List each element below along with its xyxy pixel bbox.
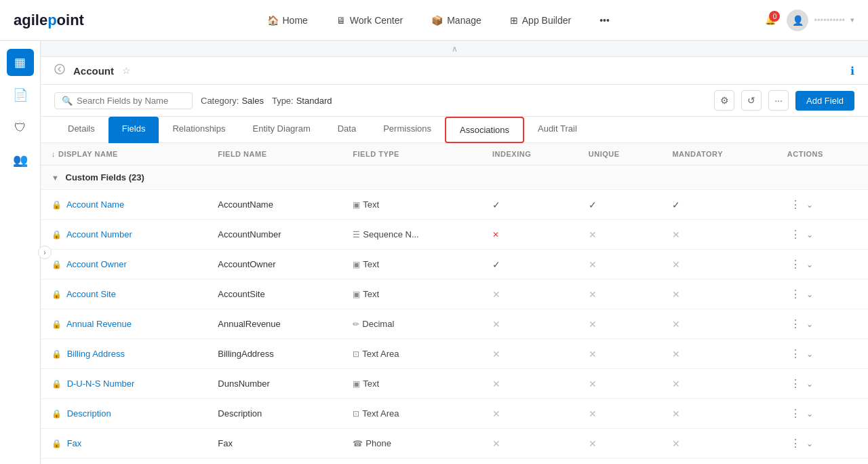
row-more-button[interactable]: ⋮	[787, 197, 804, 212]
nav-manage-label: Manage	[447, 15, 481, 26]
tab-audit-trail[interactable]: Audit Trail	[524, 117, 591, 143]
table-row: 🔒 Billing Address BillingAddress ⊡ Text …	[41, 339, 868, 369]
row-expand-button[interactable]: ⌄	[806, 409, 813, 419]
group-cell: ▼ Custom Fields (23)	[41, 166, 868, 190]
nav-home[interactable]: 🏠 Home	[256, 9, 319, 31]
row-more-button[interactable]: ⋮	[787, 256, 804, 272]
row-more-button[interactable]: ⋮	[787, 406, 804, 421]
sort-display-name[interactable]: ↓ DISPLAY NAME	[52, 150, 196, 158]
row-expand-button[interactable]: ⌄	[806, 349, 813, 359]
row-expand-button[interactable]: ⌄	[806, 230, 813, 239]
th-display-name: ↓ DISPLAY NAME	[41, 143, 207, 166]
th-unique: UNIQUE	[578, 143, 662, 166]
tab-relationships[interactable]: Relationships	[159, 117, 239, 143]
lock-icon: 🔒	[52, 320, 62, 329]
field-link[interactable]: Fax	[67, 438, 82, 448]
tab-data[interactable]: Data	[324, 117, 370, 143]
row-expand-button[interactable]: ⌄	[806, 379, 813, 389]
field-link[interactable]: Account Site	[66, 289, 116, 299]
row-expand-button[interactable]: ⌄	[806, 200, 813, 210]
favorite-icon[interactable]: ☆	[122, 65, 131, 76]
search-input[interactable]	[77, 96, 185, 106]
info-icon[interactable]: ℹ	[850, 64, 854, 77]
category-label: Category:	[201, 96, 239, 106]
main-layout: ▦ 📄 🛡 👥 › ∧ Account	[0, 41, 868, 464]
row-more-button[interactable]: ⋮	[787, 376, 804, 391]
nav-items: 🏠 Home 🖥 Work Center 📦 Manage ⊞ App Buil…	[111, 9, 766, 31]
field-link[interactable]: Account Name	[66, 199, 124, 210]
sidebar-item-entity[interactable]: ▦	[7, 49, 34, 76]
th-mandatory: MANDATORY	[661, 143, 776, 166]
type-value: Standard	[296, 96, 332, 106]
more-options-button[interactable]: ···	[768, 90, 789, 111]
type-icon: ▣	[353, 200, 360, 210]
search-box[interactable]: 🔍	[54, 92, 193, 109]
field-type-cell: ▣ Text	[342, 369, 481, 399]
row-expand-button[interactable]: ⌄	[806, 320, 813, 329]
indexing-cell: ✕	[481, 399, 578, 429]
display-name-cell: 🔒 Account Site	[41, 279, 207, 309]
row-expand-button[interactable]: ⌄	[806, 260, 813, 269]
field-name-cell: DunsNumber	[207, 369, 342, 399]
field-link[interactable]: Description	[67, 408, 111, 419]
sidebar-item-shield[interactable]: 🛡	[7, 114, 34, 141]
indexing-cell: ✓	[481, 250, 578, 279]
th-actions: ACTIONS	[776, 143, 868, 166]
sidebar-item-document[interactable]: 📄	[7, 81, 34, 109]
nav-work-center[interactable]: 🖥 Work Center	[326, 9, 414, 31]
field-name-cell: Description	[207, 399, 342, 429]
x-icon: ✕	[492, 438, 500, 449]
row-more-button[interactable]: ⋮	[787, 316, 804, 332]
field-link[interactable]: Billing Address	[67, 349, 125, 359]
sidebar-expand-button[interactable]: ›	[38, 246, 52, 259]
tab-details[interactable]: Details	[54, 117, 108, 143]
actions-cell: ⋮ ⌄	[776, 429, 868, 459]
actions-cell: ⋮ ⌄	[776, 309, 868, 339]
nav-manage[interactable]: 📦 Manage	[420, 9, 492, 31]
lock-icon: 🔒	[52, 439, 62, 448]
row-more-button[interactable]: ⋮	[787, 286, 804, 302]
logo[interactable]: agilepoint	[14, 12, 84, 29]
sidebar-item-users[interactable]: 👥	[7, 147, 34, 174]
header-actions: ℹ	[850, 64, 854, 77]
tab-fields[interactable]: Fields	[108, 117, 159, 143]
mandatory-cell: ✕	[661, 309, 776, 339]
group-row-custom-fields: ▼ Custom Fields (23)	[41, 166, 868, 190]
add-field-button[interactable]: Add Field	[795, 91, 854, 111]
display-name-cell: 🔒 Fax	[41, 429, 207, 459]
row-expand-button[interactable]: ⌄	[806, 290, 813, 299]
row-more-button[interactable]: ⋮	[787, 436, 804, 451]
tab-associations[interactable]: Associations	[445, 117, 524, 143]
nav-more[interactable]: •••	[589, 9, 620, 31]
user-icon: 👤	[792, 15, 804, 26]
tab-bar: Details Fields Relationships Entity Diag…	[41, 117, 868, 143]
field-link[interactable]: Account Owner	[66, 259, 127, 269]
table-row: 🔒 Account Owner AccountOwner ▣ Text ✓ ✕	[41, 250, 868, 279]
unique-cell: ✕	[578, 429, 662, 459]
actions-cell: ⋮ ⌄	[776, 279, 868, 309]
row-expand-button[interactable]: ⌄	[806, 439, 813, 448]
logo-text: agilepoint	[14, 12, 84, 29]
tab-entity-diagram[interactable]: Entity Diagram	[239, 117, 323, 143]
row-more-button[interactable]: ⋮	[787, 346, 804, 362]
field-link[interactable]: D-U-N-S Number	[67, 379, 135, 389]
nav-app-builder[interactable]: ⊞ App Builder	[499, 9, 582, 31]
tab-permissions[interactable]: Permissions	[370, 117, 445, 143]
x-icon: ✕	[672, 259, 680, 270]
settings-button[interactable]: ⚙	[714, 90, 734, 111]
refresh-button[interactable]: ↺	[741, 90, 762, 111]
sort-icon: ↓	[52, 150, 56, 158]
type-icon: ✏	[353, 320, 359, 329]
group-toggle-icon[interactable]: ▼	[52, 174, 59, 182]
field-link[interactable]: Annual Revenue	[66, 319, 132, 329]
field-link[interactable]: Account Number	[66, 229, 132, 239]
lock-icon: 🔒	[52, 230, 62, 239]
row-more-button[interactable]: ⋮	[787, 227, 804, 242]
collapse-bar[interactable]: ∧	[41, 41, 868, 57]
back-button[interactable]	[54, 64, 65, 77]
display-name-cell: 🔒 Account Name	[41, 190, 207, 220]
user-menu[interactable]: 👤 •••••••••• ▾	[787, 9, 854, 31]
x-icon: ✕	[589, 438, 597, 449]
notifications-bell[interactable]: 🔔 0	[765, 15, 776, 25]
unique-cell: ✕	[578, 250, 662, 279]
